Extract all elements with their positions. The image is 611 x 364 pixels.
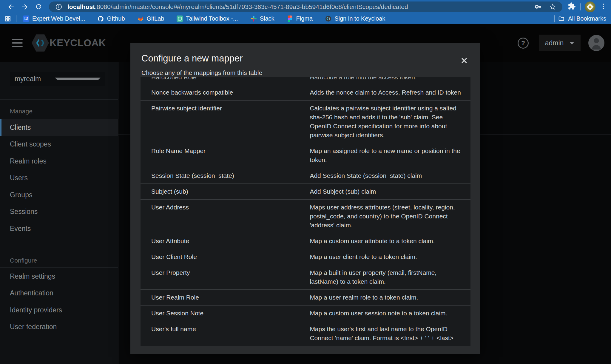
mapper-row[interactable]: User Property Map a built in user proper… — [141, 265, 470, 289]
mapper-row-description: Hardcode a role into the access token. — [310, 77, 470, 81]
brand-name: KEYCLOAK — [50, 37, 106, 49]
mapper-row[interactable]: User's full name Maps the user's first a… — [141, 321, 470, 346]
bookmark-label: GitLab — [147, 15, 164, 22]
sidebar-item-events[interactable]: Events — [0, 220, 118, 237]
mapper-row[interactable]: User Realm Role Map a user realm role to… — [141, 289, 470, 305]
sidebar-item-label: Clients — [10, 124, 31, 132]
bookmark-slack[interactable]: Slack — [251, 15, 274, 22]
bookmark-tailwind-toolbox[interactable]: Tailwind Toolbox -... — [177, 15, 238, 22]
mapper-row-description: Map an assigned role to a new name or po… — [310, 143, 470, 168]
mapper-row-name: User Realm Role — [141, 290, 310, 305]
svg-text:[1]: [1] — [24, 17, 28, 20]
expert-web-dev-favicon: [1] — [23, 16, 29, 22]
realm-selector[interactable]: myrealm — [10, 72, 105, 86]
sidebar: myrealm Manage Clients Client scopes Rea… — [0, 62, 118, 364]
all-bookmarks[interactable]: All Bookmarks — [554, 15, 606, 22]
bookmark-expert-web-dev[interactable]: [1] Expert Web Devel... — [23, 15, 85, 22]
sidebar-item-realm-roles[interactable]: Realm roles — [0, 153, 118, 170]
back-button[interactable] — [4, 1, 18, 13]
sidebar-divider — [0, 267, 118, 268]
forward-arrow-icon — [21, 3, 29, 11]
bookmark-github[interactable]: GIthub — [98, 15, 125, 22]
mapper-row-description: Maps the user's first and last name to t… — [310, 321, 470, 346]
keycloak-logo[interactable]: KEYCLOAK — [32, 34, 106, 52]
bookmark-gitlab[interactable]: GitLab — [138, 15, 164, 22]
user-menu-label: admin — [545, 39, 564, 47]
masthead-actions: ? admin — [518, 35, 611, 51]
sidebar-item-sessions[interactable]: Sessions — [0, 203, 118, 220]
mapper-row[interactable]: User Attribute Map a custom user attribu… — [141, 233, 470, 249]
sidebar-item-label: Sessions — [10, 208, 38, 216]
mapper-row-clipped[interactable]: Hardcoded Role Hardcode a role into the … — [141, 77, 470, 85]
address-bar[interactable]: localhost:8080/admin/master/console/#/my… — [49, 1, 562, 12]
mapper-row-name: User Address — [141, 200, 310, 233]
chevron-down-icon — [55, 78, 101, 80]
keycloak-favicon — [325, 16, 331, 22]
mapper-row[interactable]: User Address Maps user address attribute… — [141, 199, 470, 233]
mapper-row-description: Maps user address attributes (street, lo… — [310, 200, 470, 233]
figma-favicon — [287, 16, 293, 22]
mapper-row-name: Nonce backwards compatible — [141, 85, 310, 100]
sidebar-item-user-federation[interactable]: User federation — [0, 319, 118, 336]
mapper-row-description: Adds the nonce claim to Access, Refresh … — [310, 85, 470, 100]
realm-selector-value: myrealm — [15, 75, 55, 83]
sidebar-item-label: Groups — [10, 191, 32, 199]
mapper-row[interactable]: Subject (sub) Add Subject (sub) claim — [141, 183, 470, 199]
sidebar-item-label: Identity providers — [10, 306, 62, 314]
user-menu-dropdown[interactable]: admin — [539, 35, 581, 51]
nav-section-manage: Manage — [10, 108, 33, 115]
help-icon[interactable]: ? — [518, 38, 529, 49]
browser-profile-avatar[interactable] — [585, 1, 595, 12]
sidebar-item-groups[interactable]: Groups — [0, 186, 118, 203]
sidebar-item-clients[interactable]: Clients — [0, 119, 118, 136]
mapper-row-name: Session State (session_state) — [141, 168, 310, 183]
toolbar-separator — [580, 3, 581, 10]
password-key-icon[interactable] — [533, 2, 543, 12]
reload-button[interactable] — [32, 1, 45, 13]
close-icon[interactable] — [458, 55, 470, 67]
hamburger-menu-icon[interactable] — [12, 39, 23, 47]
mapper-row[interactable]: Role Name Mapper Map an assigned role to… — [141, 143, 470, 168]
mapper-row[interactable]: Pairwise subject identifier Calculates a… — [141, 100, 470, 143]
mapper-row[interactable]: User Client Role Map a user client role … — [141, 249, 470, 265]
forward-button[interactable] — [18, 1, 32, 13]
sidebar-item-realm-settings[interactable]: Realm settings — [0, 268, 118, 285]
nav-section-configure: Configure — [10, 257, 37, 264]
gitlab-favicon — [138, 16, 144, 22]
mapper-row[interactable]: Session State (session_state) Add Sessio… — [141, 168, 470, 183]
bookmark-label: Figma — [296, 15, 313, 22]
browser-menu-kebab-icon[interactable] — [600, 2, 607, 11]
mapper-row-description: Map a custom user session note to a toke… — [310, 306, 470, 321]
bookmark-label: GIthub — [107, 15, 125, 22]
browser-actions — [568, 1, 607, 12]
modal-title: Configure a new mapper — [130, 43, 480, 64]
sidebar-item-label: Authentication — [10, 289, 53, 297]
bookmark-star-icon[interactable] — [547, 2, 558, 12]
extensions-puzzle-icon[interactable] — [568, 2, 576, 11]
site-info-icon[interactable] — [54, 2, 64, 12]
sidebar-item-label: Events — [10, 225, 31, 233]
sidebar-item-identity-providers[interactable]: Identity providers — [0, 302, 118, 319]
bookmark-label: Tailwind Toolbox -... — [186, 15, 238, 22]
url-host: localhost — [67, 3, 95, 10]
sidebar-item-users[interactable]: Users — [0, 170, 118, 187]
mapper-row-name: Subject (sub) — [141, 184, 310, 199]
manage-nav: Clients Client scopes Realm roles Users … — [0, 119, 118, 237]
user-avatar[interactable] — [588, 35, 604, 51]
bookmark-keycloak[interactable]: Sign in to Keycloak — [325, 15, 385, 22]
sidebar-item-client-scopes[interactable]: Client scopes — [0, 136, 118, 153]
bookmark-figma[interactable]: Figma — [287, 15, 313, 22]
mapper-row-name: Pairwise subject identifier — [141, 101, 310, 143]
mapper-row-name: User Property — [141, 265, 310, 289]
mapper-row-description: Map a user client role to a token claim. — [310, 249, 470, 265]
mapper-row[interactable]: User Session Note Map a custom user sess… — [141, 305, 470, 321]
bookmark-label: Sign in to Keycloak — [334, 15, 385, 22]
bookmarks-right-separator — [554, 15, 555, 22]
url-text: localhost:8080/admin/master/console/#/my… — [67, 3, 529, 10]
mapper-row[interactable]: Nonce backwards compatible Adds the nonc… — [141, 85, 470, 100]
mapper-row-description: Calculates a pairwise subject identifier… — [310, 101, 470, 143]
screen: localhost:8080/admin/master/console/#/my… — [0, 0, 611, 364]
sidebar-item-authentication[interactable]: Authentication — [0, 285, 118, 302]
chevron-down-icon — [570, 42, 574, 44]
apps-grid-icon[interactable] — [5, 16, 11, 22]
